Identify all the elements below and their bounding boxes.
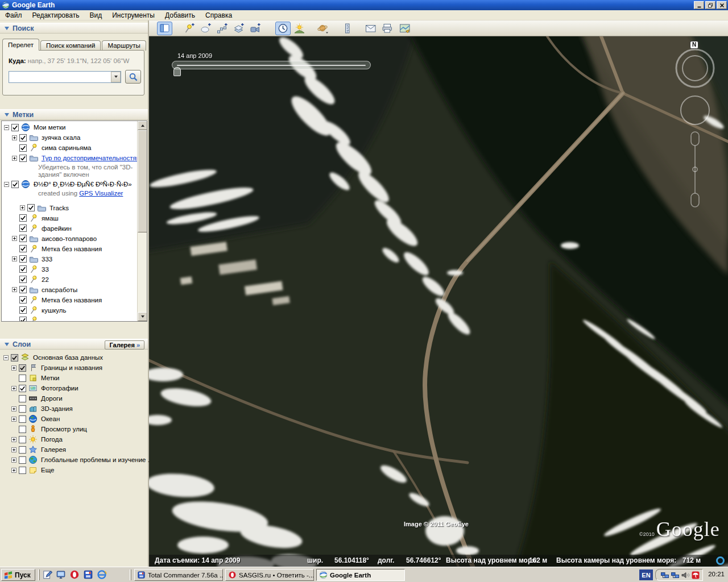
menu-item-tools[interactable]: Инструменты — [107, 11, 160, 20]
tree-item[interactable]: 3D-здания — [1, 404, 147, 414]
toolbar-button-view-in-maps[interactable] — [397, 22, 412, 35]
gallery-button[interactable]: Галерея » — [105, 340, 144, 350]
task-button-total-commander[interactable]: Total Commander 7.56a ... — [134, 569, 223, 581]
checkbox[interactable] — [19, 436, 26, 443]
checkbox[interactable] — [11, 181, 19, 188]
expand-plus-icon[interactable] — [12, 236, 17, 241]
search-button[interactable] — [125, 70, 141, 84]
search-panel-header[interactable]: Поиск — [0, 23, 148, 34]
toolbar-button-record-tour[interactable] — [247, 22, 263, 35]
checkbox[interactable] — [19, 415, 26, 423]
tree-item[interactable] — [2, 315, 137, 322]
title-bar[interactable]: Google Earth — [0, 0, 728, 10]
scrollbar-thumb[interactable] — [138, 130, 147, 232]
tree-item[interactable]: кушкуль — [2, 305, 137, 315]
tree-item[interactable]: сима сариньяма — [2, 143, 137, 153]
expand-plus-icon[interactable] — [12, 156, 17, 161]
checkbox[interactable] — [11, 354, 18, 361]
tree-item[interactable]: Глобальные проблемы и изучение ... — [1, 455, 147, 465]
checkbox[interactable] — [19, 255, 27, 263]
tree-item[interactable]: Океан — [1, 414, 147, 424]
tree-item[interactable]: 22 — [2, 275, 137, 285]
toolbar-button-add-placemark[interactable] — [181, 22, 197, 35]
checkbox[interactable] — [19, 395, 26, 402]
tab-find-businesses[interactable]: Поиск компаний — [40, 40, 101, 51]
collapse-minus-icon[interactable] — [4, 125, 9, 130]
tree-item[interactable]: зуячка скала — [2, 132, 137, 143]
expand-plus-icon[interactable] — [20, 205, 25, 210]
checkbox[interactable] — [19, 225, 27, 232]
compass-north-badge[interactable]: N — [690, 41, 698, 49]
expand-plus-icon[interactable] — [12, 287, 17, 292]
close-button[interactable] — [717, 1, 727, 9]
tray-network-icon[interactable] — [660, 571, 669, 580]
menu-item-help[interactable]: Справка — [200, 11, 237, 20]
combo-dropdown-button[interactable] — [111, 72, 121, 82]
expand-plus-icon[interactable] — [12, 256, 17, 261]
expand-plus-icon[interactable] — [11, 458, 16, 463]
menu-item-add[interactable]: Добавить — [160, 11, 200, 20]
tab-fly-to[interactable]: Перелет — [2, 39, 39, 51]
quick-launch-opera-icon[interactable] — [69, 569, 80, 580]
tree-item[interactable]: фарейкин — [2, 223, 137, 234]
scroll-up-button[interactable] — [138, 121, 147, 130]
toolbar-button-add-image-overlay[interactable] — [231, 22, 246, 35]
tree-item[interactable]: Тур по достопримечательностям — [2, 153, 137, 163]
checkbox[interactable] — [19, 155, 27, 162]
expand-plus-icon[interactable] — [12, 135, 17, 140]
checkbox[interactable] — [19, 317, 27, 322]
checkbox[interactable] — [19, 214, 27, 222]
collapse-minus-icon[interactable] — [3, 355, 9, 360]
taskbar-grip[interactable] — [38, 569, 40, 580]
tree-item[interactable]: Метка без названия — [2, 295, 137, 305]
expand-plus-icon[interactable] — [11, 417, 16, 422]
checkbox[interactable] — [19, 426, 26, 433]
toolbar-button-sunlight[interactable] — [292, 22, 307, 35]
scroll-down-button[interactable] — [138, 312, 147, 321]
checkbox[interactable] — [19, 467, 26, 474]
taskbar-grip[interactable] — [130, 569, 131, 580]
checkbox[interactable] — [19, 265, 27, 273]
toolbar-button-historical-imagery[interactable] — [275, 22, 291, 35]
expand-plus-icon[interactable] — [11, 386, 16, 391]
quick-launch-show-desktop-icon[interactable] — [42, 569, 52, 580]
time-slider-track[interactable] — [172, 61, 371, 69]
menu-item-view[interactable]: Вид — [84, 11, 107, 20]
checkbox[interactable] — [19, 364, 26, 372]
expand-plus-icon[interactable] — [11, 406, 16, 411]
tray-avira-icon[interactable] — [691, 571, 700, 580]
time-slider[interactable]: 14 апр 2009 — [172, 52, 374, 75]
checkbox[interactable] — [19, 456, 26, 464]
tree-item[interactable]: Дороги — [1, 393, 147, 404]
expand-plus-icon[interactable] — [11, 437, 16, 442]
tree-item[interactable]: аисово-толпарово — [2, 234, 137, 244]
tree-item[interactable]: Просмотр улиц — [1, 424, 147, 434]
checkbox[interactable] — [19, 276, 27, 283]
tray-volume-icon[interactable] — [681, 571, 690, 580]
toolbar-button-planets[interactable] — [315, 22, 330, 35]
tree-item[interactable]: Границы и названия — [1, 363, 147, 373]
checkbox[interactable] — [11, 124, 19, 131]
tree-item[interactable]: Галерея — [1, 444, 147, 455]
checkbox[interactable] — [19, 385, 26, 392]
menu-item-edit[interactable]: Редактировать — [27, 11, 85, 20]
toolbar-button-ruler[interactable] — [340, 22, 355, 35]
tree-item[interactable]: 33 — [2, 264, 137, 275]
checkbox[interactable] — [19, 405, 26, 413]
tree-item[interactable]: ямаш — [2, 213, 137, 223]
checkbox[interactable] — [19, 375, 26, 382]
tree-item[interactable]: Метки — [1, 373, 147, 383]
layers-panel-header[interactable]: Слои Галерея » — [0, 339, 148, 350]
tree-item[interactable]: спасработы — [2, 285, 137, 295]
expand-plus-icon[interactable] — [11, 447, 16, 452]
start-button[interactable]: Пуск — [1, 569, 35, 581]
expand-plus-icon[interactable] — [11, 365, 16, 371]
tree-item[interactable]: Ð½Ð° Ð¸Ð½Ð·ÐµÑ€ ÐºÑ‹Ð·Ñ‹Ð» — [2, 179, 137, 189]
quick-launch-display-icon[interactable] — [56, 569, 66, 580]
tree-item[interactable]: Tracks — [2, 203, 137, 213]
tree-item[interactable]: Фотографии — [1, 383, 147, 393]
checkbox[interactable] — [19, 446, 26, 454]
toolbar-button-sidebar-toggle[interactable] — [157, 22, 172, 35]
checkbox[interactable] — [19, 144, 27, 152]
checkbox[interactable] — [27, 204, 35, 211]
